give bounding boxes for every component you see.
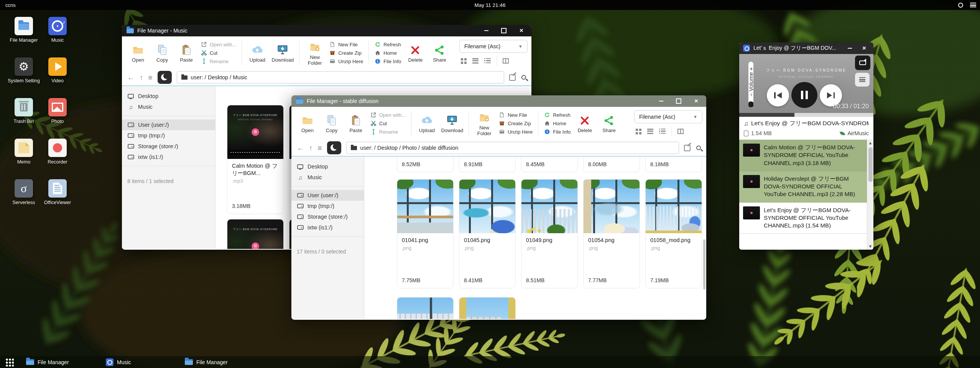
new-file-button[interactable]: New File xyxy=(498,112,533,118)
home-button[interactable]: Home xyxy=(374,50,401,56)
playlist-menu-button[interactable] xyxy=(855,73,870,87)
sidebar-item-ixtw-drive[interactable]: ixtw (is1:/) xyxy=(122,152,215,162)
file-card[interactable] xyxy=(397,297,454,319)
title-bar[interactable]: File Manager - Music × xyxy=(122,25,531,36)
sidebar-item-storage-drive[interactable]: Storage (store:/) xyxy=(291,211,364,222)
rename-button[interactable]: Rename xyxy=(370,129,406,135)
minimize-button[interactable] xyxy=(847,45,853,51)
sort-dropdown[interactable]: Filename (Asc)▼ xyxy=(459,40,528,53)
upload-button[interactable]: Upload xyxy=(417,113,437,134)
desktop-icon-trash-bin[interactable]: Trash Bin xyxy=(7,98,41,139)
sidebar-item-desktop[interactable]: Desktop xyxy=(122,91,215,101)
up-icon[interactable]: ↑ xyxy=(140,74,143,81)
list-icon[interactable]: ≡ xyxy=(148,74,153,81)
playlist-item-calm-motion[interactable]: Calm Motion @ フリーBGM DOVA-SYNDROME OFFIC… xyxy=(739,140,873,171)
file-card[interactable]: 8.00MB xyxy=(583,157,640,172)
delete-button[interactable]: Delete xyxy=(405,43,425,63)
edit-path-icon[interactable] xyxy=(684,145,691,151)
file-card-01049[interactable]: 01049.png .png 8.51MB xyxy=(521,179,578,288)
new-folder-button[interactable]: New Folder xyxy=(474,110,494,137)
delete-button[interactable]: Delete xyxy=(575,113,595,134)
path-input[interactable]: user: / Desktop / Music xyxy=(177,71,504,83)
close-button[interactable]: × xyxy=(861,45,867,51)
desktop-icon-system-setting[interactable]: ⚙ System Setting xyxy=(7,57,41,98)
view-grid-button[interactable] xyxy=(636,129,641,134)
taskbar-item-file-manager-2[interactable]: File Manager xyxy=(181,356,232,368)
file-card-calm-motion[interactable]: フリー BGM DOVA-SYNDROME OFFICIAL YouTube C… xyxy=(227,105,284,214)
progress-bar[interactable] xyxy=(739,113,873,117)
close-button[interactable]: × xyxy=(693,98,699,104)
refresh-button[interactable]: Refresh xyxy=(544,112,571,118)
file-card[interactable]: 8.45MB xyxy=(521,157,578,172)
maximize-button[interactable] xyxy=(501,28,507,34)
sidebar-item-storage-drive[interactable]: Storage (store:/) xyxy=(122,141,215,152)
volume-slider-thumb[interactable] xyxy=(748,101,753,107)
desktop-icon-video[interactable]: Video xyxy=(41,57,74,98)
sidebar-item-desktop[interactable]: Desktop xyxy=(291,161,364,172)
repeat-button[interactable] xyxy=(855,56,870,70)
title-bar[interactable]: Let'ｓ Enjoy @ フリーBGM DOV... × xyxy=(739,43,873,54)
clock[interactable]: May 11 21:46 xyxy=(0,2,980,8)
sidebar-item-tmp-drive[interactable]: tmp (tmp:/) xyxy=(122,130,215,141)
file-card-01041[interactable]: 01041.png .png 7.75MB xyxy=(397,179,454,288)
list-icon[interactable]: ≡ xyxy=(318,144,322,152)
desktop-icon-officeviewer[interactable]: OfficeViewer xyxy=(41,179,74,220)
open-button[interactable]: Open xyxy=(128,43,148,63)
desktop-icon-memo[interactable]: Memo xyxy=(7,139,41,179)
minimize-button[interactable] xyxy=(483,28,489,34)
download-button[interactable]: Download xyxy=(441,113,463,134)
unzip-here-button[interactable]: Unzip Here xyxy=(498,129,533,135)
home-button[interactable]: Home xyxy=(544,120,571,127)
open-with-button[interactable]: Open with... xyxy=(370,112,406,118)
desktop-icon-photo[interactable]: Photo xyxy=(41,98,74,139)
open-with-button[interactable]: Open with... xyxy=(201,41,236,48)
file-info-button[interactable]: File Info xyxy=(544,129,571,135)
cut-button[interactable]: Cut xyxy=(370,120,406,127)
playlist-item-lets-enjoy[interactable]: Let's Enjoy @ フリーBGM DOVA-SYNDROME OFFIC… xyxy=(739,203,873,234)
create-zip-button[interactable]: Create Zip xyxy=(498,120,533,127)
desktop-icon-file-manager[interactable]: File Manager xyxy=(7,17,41,57)
file-card-01054[interactable]: 01054.png .png 7.77MB xyxy=(583,179,640,288)
search-icon[interactable] xyxy=(696,146,701,150)
share-button[interactable]: Share xyxy=(429,43,449,63)
copy-button[interactable]: Copy xyxy=(322,113,342,134)
view-grid-button[interactable] xyxy=(461,58,467,64)
up-icon[interactable]: ↑ xyxy=(309,144,313,152)
menu-icon[interactable] xyxy=(970,3,976,7)
playlist-scrollbar[interactable]: ▲ ▼ xyxy=(867,140,873,250)
sidebar-item-user-drive[interactable]: User (user:/) xyxy=(122,119,215,130)
unzip-here-button[interactable]: Unzip Here xyxy=(329,58,363,65)
dark-mode-button[interactable] xyxy=(327,141,341,154)
power-icon[interactable] xyxy=(958,3,963,8)
file-card[interactable]: フリー BGM DOVA-SYNDROME xyxy=(227,219,284,249)
maximize-button[interactable] xyxy=(676,98,682,104)
sidebar-item-tmp-drive[interactable]: tmp (tmp:/) xyxy=(291,201,364,211)
edit-path-icon[interactable] xyxy=(509,74,516,81)
sidebar-item-music[interactable]: ♫Music xyxy=(291,172,364,183)
sidebar-item-music[interactable]: ♫Music xyxy=(122,101,215,112)
scrollbar-thumb[interactable] xyxy=(703,239,705,289)
sort-dropdown[interactable]: Filename (Asc)▼ xyxy=(634,110,702,123)
copy-button[interactable]: Copy xyxy=(152,43,172,63)
desktop-icon-serverless[interactable]: σ Serverless xyxy=(7,179,41,220)
file-card-01058-mod[interactable]: 01058_mod.png .png 7.19MB xyxy=(645,179,702,288)
app-launcher-icon[interactable] xyxy=(5,358,14,366)
share-button[interactable]: Share xyxy=(599,113,619,134)
view-rows-button[interactable] xyxy=(472,58,478,64)
pause-button[interactable] xyxy=(791,82,817,108)
paste-button[interactable]: Paste xyxy=(176,43,196,63)
search-icon[interactable] xyxy=(521,75,526,80)
view-list-button[interactable] xyxy=(659,129,666,134)
cut-button[interactable]: Cut xyxy=(201,50,236,56)
playlist-item-holiday-overslept[interactable]: Holiday Overslept @ フリーBGM DOVA-SYNDROME… xyxy=(739,171,873,203)
file-card[interactable]: 8.18MB xyxy=(645,157,702,172)
rename-button[interactable]: Rename xyxy=(201,58,236,65)
view-rows-button[interactable] xyxy=(647,129,653,134)
file-info-button[interactable]: File Info xyxy=(374,58,401,65)
create-zip-button[interactable]: Create Zip xyxy=(329,50,363,56)
previous-track-button[interactable] xyxy=(767,84,789,106)
scrollbar-thumb[interactable] xyxy=(868,147,873,182)
path-input[interactable]: user: / Desktop / Photo / stable diffusi… xyxy=(346,142,679,154)
download-button[interactable]: Download xyxy=(271,43,294,63)
close-button[interactable]: × xyxy=(518,28,525,34)
